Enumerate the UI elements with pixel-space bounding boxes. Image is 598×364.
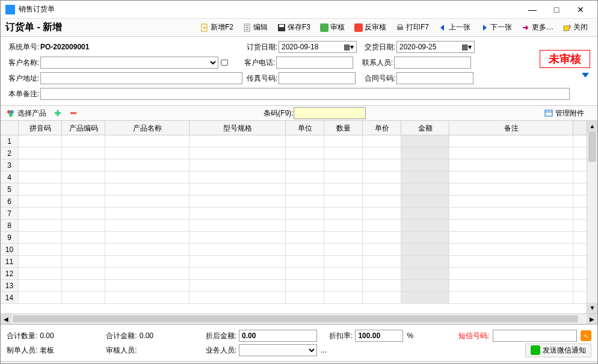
grid-header: 拼音码 产品编码 产品名称 型号规格 单位 数量 单价 金额 备注 — [1, 121, 587, 135]
table-row[interactable]: 13 — [1, 280, 587, 292]
attachments-button[interactable]: 管理附件 — [544, 108, 584, 119]
fax-input[interactable] — [279, 72, 356, 84]
table-row[interactable]: 9 — [1, 232, 587, 244]
grid-body[interactable]: 1234567891011121314 — [1, 135, 587, 310]
table-row[interactable]: 5 — [1, 184, 587, 196]
barcode-input[interactable] — [294, 107, 366, 119]
row-number: 11 — [1, 256, 19, 267]
audit-icon — [320, 23, 328, 32]
select-product-button[interactable]: 选择产品 — [7, 108, 46, 119]
auditor-label: 审核人员: — [106, 345, 137, 356]
percent-label: % — [407, 332, 413, 340]
table-row[interactable]: 3 — [1, 159, 587, 171]
table-row[interactable]: 6 — [1, 196, 587, 208]
edit-icon — [243, 23, 251, 32]
scroll-down-arrow[interactable]: ▼ — [587, 303, 597, 313]
table-row[interactable]: 1 — [1, 135, 587, 147]
scroll-up-arrow[interactable]: ▲ — [587, 121, 597, 132]
delivery-date-input[interactable]: 2020-09-25▦▾ — [396, 41, 475, 53]
col-amount[interactable]: 金额 — [401, 121, 449, 135]
scroll-left-arrow[interactable]: ◀ — [1, 314, 11, 324]
new-button[interactable]: 新增F2 — [196, 19, 238, 36]
window-minimize-button[interactable]: — — [520, 1, 544, 18]
add-row-button[interactable] — [54, 109, 62, 117]
hscroll-thumb[interactable] — [13, 315, 578, 322]
scroll-right-arrow[interactable]: ▶ — [587, 314, 597, 324]
table-row[interactable]: 14 — [1, 292, 587, 304]
save-icon — [277, 23, 286, 32]
col-code[interactable]: 产品编码 — [62, 121, 105, 135]
row-number: 9 — [1, 232, 19, 243]
print-button[interactable]: 打印F7 — [391, 19, 434, 36]
table-row[interactable]: 10 — [1, 244, 587, 256]
more-icon — [522, 23, 530, 32]
calendar-icon: ▦▾ — [344, 43, 354, 51]
col-price[interactable]: 单价 — [363, 121, 401, 135]
vertical-scrollbar[interactable]: ▲ ▼ — [587, 121, 597, 313]
contact-label: 联系人员: — [360, 58, 394, 68]
table-row[interactable]: 8 — [1, 220, 587, 232]
audit-button[interactable]: 审核 — [315, 19, 350, 36]
col-qty[interactable]: 数量 — [324, 121, 363, 135]
table-row[interactable]: 11 — [1, 256, 587, 268]
save-button[interactable]: 保存F3 — [273, 19, 315, 36]
next-button[interactable]: 下一张 — [475, 19, 517, 36]
col-unit[interactable]: 单位 — [286, 121, 324, 135]
sub-toolbar: 选择产品 条码(F9): 管理附件 — [1, 105, 597, 121]
col-remark[interactable]: 备注 — [449, 121, 573, 135]
prev-button[interactable]: 上一张 — [434, 19, 475, 36]
scroll-thumb[interactable] — [588, 132, 596, 162]
sms-input[interactable] — [493, 330, 577, 342]
status-bar: 没有设置微信通知自动接收用户 — [1, 361, 597, 364]
row-number: 7 — [1, 208, 19, 219]
barcode-label: 条码(F9): — [264, 108, 293, 119]
table-row[interactable]: 2 — [1, 147, 587, 159]
contact-input[interactable] — [394, 57, 471, 69]
expand-icon[interactable] — [582, 73, 589, 78]
order-date-input[interactable]: 2020-09-18▦▾ — [279, 41, 357, 53]
chat-icon[interactable] — [221, 60, 228, 66]
contract-input[interactable] — [396, 72, 473, 84]
row-number: 14 — [1, 292, 19, 303]
unaudit-button[interactable]: 反审核 — [350, 19, 391, 36]
sms-label: 短信号码: — [458, 331, 489, 341]
rss-icon[interactable]: ∿ — [581, 330, 591, 341]
salesman-select[interactable] — [239, 344, 317, 356]
cust-addr-input[interactable] — [40, 72, 242, 84]
window-close-button[interactable]: ✕ — [569, 1, 593, 18]
more-button[interactable]: 更多… — [517, 19, 558, 36]
cust-addr-label: 客户地址: — [7, 73, 40, 84]
remark-input[interactable] — [40, 88, 570, 100]
send-wechat-button[interactable]: 发送微信通知 — [525, 344, 591, 357]
close-button[interactable]: 关闭 — [558, 19, 593, 36]
horizontal-scrollbar[interactable]: ◀ ▶ — [1, 313, 597, 324]
cust-name-label: 客户名称: — [7, 58, 40, 68]
row-number: 4 — [1, 171, 19, 183]
prev-icon — [439, 23, 447, 32]
col-rownum — [1, 121, 19, 135]
col-py[interactable]: 拼音码 — [19, 121, 62, 135]
page-title: 订货单 - 新增 — [5, 21, 196, 34]
delivery-date-label: 交货日期: — [363, 42, 396, 52]
window-title: 销售订货单 — [19, 4, 520, 14]
window-maximize-button[interactable]: □ — [544, 1, 569, 18]
product-icon — [7, 109, 15, 117]
table-row[interactable]: 7 — [1, 208, 587, 220]
svg-rect-3 — [279, 25, 284, 27]
col-spec[interactable]: 型号规格 — [190, 121, 286, 135]
row-number: 2 — [1, 147, 19, 159]
svg-rect-6 — [564, 26, 569, 31]
table-row[interactable]: 4 — [1, 171, 587, 184]
grid-area: 拼音码 产品编码 产品名称 型号规格 单位 数量 单价 金额 备注 123456… — [1, 121, 597, 313]
col-name[interactable]: 产品名称 — [105, 121, 190, 135]
cust-tel-input[interactable] — [276, 57, 353, 69]
discount-rate-input[interactable] — [355, 330, 403, 342]
edit-button[interactable]: 编辑 — [238, 19, 273, 36]
print-icon — [396, 23, 404, 32]
salesman-more-button[interactable]: ... — [321, 346, 327, 354]
remove-row-button[interactable] — [69, 109, 78, 117]
remark-label: 本单备注: — [7, 89, 40, 99]
table-row[interactable]: 12 — [1, 268, 587, 280]
cust-name-select[interactable] — [40, 57, 218, 69]
after-discount-input[interactable] — [239, 330, 317, 342]
